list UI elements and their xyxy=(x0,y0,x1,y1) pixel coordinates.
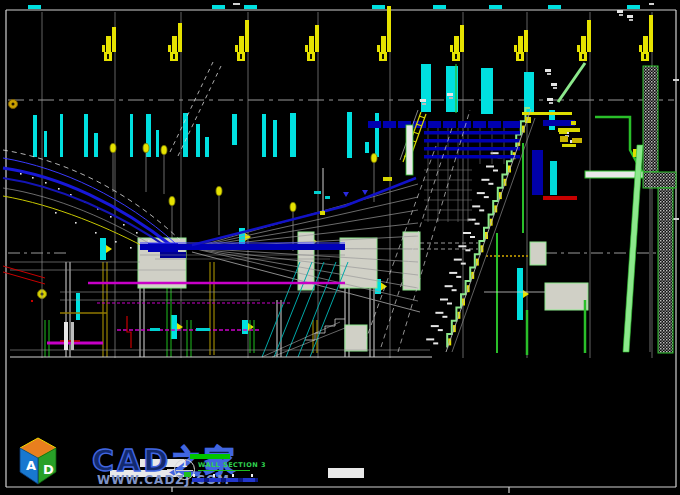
floor-framing xyxy=(3,262,432,357)
bubble-leader-stub xyxy=(167,469,175,470)
stair-stringers xyxy=(365,109,535,352)
scale-tick xyxy=(213,474,215,477)
white-redaction-box xyxy=(328,468,364,478)
curved-roof-arcs xyxy=(3,150,186,258)
datum-lines xyxy=(8,100,674,253)
dashed-diagonals-upper xyxy=(170,62,221,156)
light-fixture-symbols xyxy=(100,228,529,339)
section-label-underline xyxy=(198,470,250,471)
scale-tick xyxy=(251,474,253,477)
white-redaction-box xyxy=(110,470,185,477)
cad-drawing-stage: A D CAD之家 WWW.CADZJ.COM 1 WALL SECTION 3 xyxy=(0,0,680,495)
louver-block xyxy=(424,128,520,222)
scale-tick xyxy=(193,474,195,477)
logo-letter-left: A xyxy=(26,458,36,473)
detail-callout-bubble: 1 xyxy=(174,459,195,480)
watermark-brand-text: CAD之家 xyxy=(92,441,237,482)
ladder-stair xyxy=(400,110,426,164)
structural-columns xyxy=(45,262,374,357)
grid-lines xyxy=(42,12,652,358)
scale-tick xyxy=(232,474,234,477)
floor-roof-beams xyxy=(140,121,520,259)
sheet-border xyxy=(6,3,679,493)
lollipop-markers xyxy=(110,144,377,252)
escalator-lines xyxy=(262,262,348,357)
section-label: WALL SECTION 3 xyxy=(198,461,266,469)
arc-annotation-specks xyxy=(20,173,150,249)
white-redaction-box xyxy=(140,459,184,467)
detail-number: 1 xyxy=(175,460,194,469)
bubble-green-mark xyxy=(184,472,191,477)
bubble-divider xyxy=(176,470,193,471)
section-title-block: 1 WALL SECTION 3 xyxy=(0,0,680,495)
cad-cube-logo-icon: A D xyxy=(15,436,61,490)
annotation-blobs xyxy=(420,10,633,146)
scale-bar xyxy=(192,478,258,482)
watermark-url-text: WWW.CADZJ.COM xyxy=(97,473,230,487)
title-green-bar xyxy=(190,454,230,459)
level-markers xyxy=(102,6,653,61)
seating-steps xyxy=(426,108,530,347)
grid-bubble-icon xyxy=(9,100,47,303)
concrete-blocks xyxy=(138,232,588,351)
dimension-text-bars xyxy=(33,64,650,320)
logo-letter-right: D xyxy=(43,462,54,477)
bowl-rim-details xyxy=(406,63,642,200)
wall-section-drawing xyxy=(0,0,680,495)
watermark: A D CAD之家 WWW.CADZJ.COM xyxy=(0,0,680,495)
retaining-walls xyxy=(484,66,676,355)
roof-truss-fan xyxy=(192,184,420,312)
top-border-dashes xyxy=(28,5,640,9)
slope-survey-marks xyxy=(314,168,392,215)
